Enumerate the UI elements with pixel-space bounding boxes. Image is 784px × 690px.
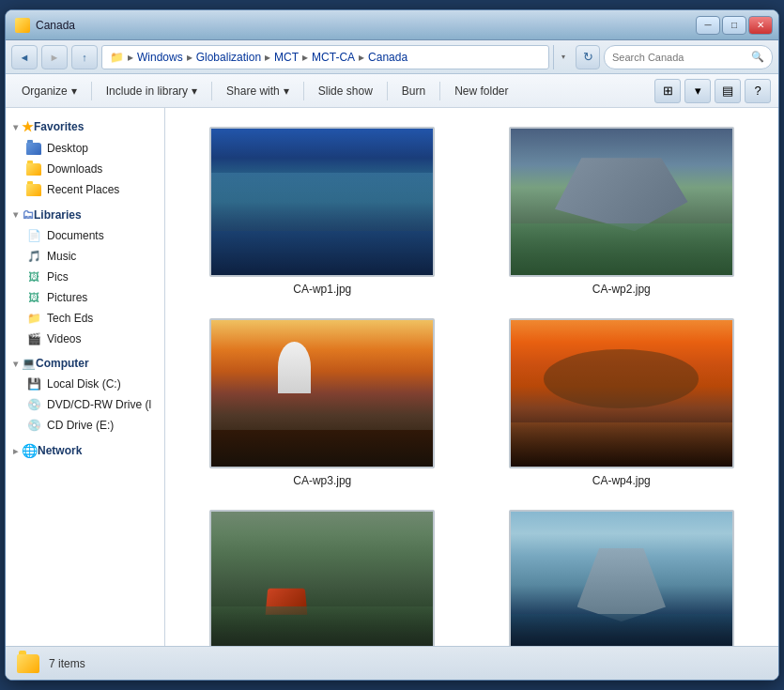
path-sep-5: ▸ bbox=[359, 51, 364, 64]
libraries-arrow: ▾ bbox=[13, 209, 18, 220]
file-name-ca-wp2: CA-wp2.jpg bbox=[592, 283, 651, 296]
file-item-ca-wp6[interactable]: CA-wp6.jpg bbox=[480, 506, 764, 646]
status-item-count: 7 items bbox=[49, 657, 85, 670]
up-button[interactable]: ↑ bbox=[71, 45, 98, 69]
path-windows[interactable]: Windows bbox=[137, 51, 183, 64]
forward-button[interactable]: ► bbox=[41, 45, 68, 69]
file-thumbnail-ca-wp4 bbox=[509, 318, 734, 468]
toolbar-sep-5 bbox=[439, 82, 440, 100]
toolbar-sep-2 bbox=[211, 82, 212, 100]
network-header[interactable]: ▸ 🌐 Network bbox=[6, 439, 164, 462]
file-thumbnail-ca-wp5 bbox=[209, 510, 435, 646]
sidebar-item-desktop[interactable]: Desktop bbox=[6, 138, 164, 159]
views-button[interactable]: ⊞ bbox=[654, 79, 681, 103]
window-icon bbox=[15, 18, 30, 33]
organize-button[interactable]: Organize bbox=[13, 79, 85, 103]
toolbar-right: ⊞ ▾ ▤ ? bbox=[654, 79, 771, 103]
path-dropdown-button[interactable]: ▾ bbox=[553, 45, 572, 69]
file-thumbnail-ca-wp2 bbox=[509, 127, 734, 277]
burn-button[interactable]: Burn bbox=[393, 79, 434, 103]
file-area: CA-wp1.jpg CA-wp2.jpg CA-wp3.jpg CA-wp4.… bbox=[165, 108, 778, 646]
address-path[interactable]: 📁 ▸ Windows ▸ Globalization ▸ MCT ▸ MCT-… bbox=[101, 45, 549, 69]
pictures-icon: 🖼 bbox=[26, 290, 41, 305]
desktop-icon bbox=[26, 141, 41, 156]
sidebar-item-pics[interactable]: 🖼 Pics bbox=[6, 267, 164, 287]
explorer-window: Canada ─ □ ✕ ◄ ► ↑ 📁 ▸ Windows ▸ Globali… bbox=[5, 9, 779, 681]
maximize-button[interactable]: □ bbox=[722, 16, 746, 35]
videos-icon: 🎬 bbox=[26, 331, 41, 346]
file-thumbnail-ca-wp3 bbox=[209, 318, 435, 468]
file-name-ca-wp4: CA-wp4.jpg bbox=[592, 474, 651, 487]
path-globalization[interactable]: Globalization bbox=[196, 51, 261, 64]
network-icon: 🌐 bbox=[22, 443, 38, 458]
computer-header[interactable]: ▾ 💻 Computer bbox=[6, 353, 164, 374]
recent-places-icon bbox=[26, 182, 41, 197]
computer-section: ▾ 💻 Computer 💾 Local Disk (C:) 💿 DVD/CD-… bbox=[6, 353, 164, 436]
music-icon: 🎵 bbox=[26, 249, 41, 264]
file-name-ca-wp3: CA-wp3.jpg bbox=[293, 474, 351, 487]
sidebar-item-documents[interactable]: 📄 Documents bbox=[6, 225, 164, 246]
path-sep-3: ▸ bbox=[265, 51, 270, 64]
toolbar-sep-3 bbox=[303, 82, 304, 100]
file-item-ca-wp1[interactable]: CA-wp1.jpg bbox=[180, 123, 465, 299]
include-library-dropdown-icon bbox=[192, 84, 197, 98]
file-item-ca-wp2[interactable]: CA-wp2.jpg bbox=[480, 123, 764, 299]
refresh-button[interactable]: ↻ bbox=[576, 45, 600, 69]
share-with-dropdown-icon bbox=[284, 84, 289, 98]
file-name-ca-wp1: CA-wp1.jpg bbox=[293, 283, 351, 296]
downloads-icon bbox=[26, 161, 41, 176]
preview-button[interactable]: ▤ bbox=[715, 79, 741, 103]
sidebar-item-dvd[interactable]: 💿 DVD/CD-RW Drive (l bbox=[6, 394, 164, 415]
pics-icon: 🖼 bbox=[26, 269, 41, 284]
search-icon: 🔍 bbox=[751, 51, 764, 63]
toolbar-sep-1 bbox=[91, 82, 92, 100]
favorites-header[interactable]: ▾ ★ Favorites bbox=[6, 115, 164, 138]
local-disk-icon: 💾 bbox=[26, 376, 41, 391]
favorites-icon: ★ bbox=[22, 119, 34, 134]
new-folder-button[interactable]: New folder bbox=[446, 79, 516, 103]
share-with-button[interactable]: Share with bbox=[218, 79, 298, 103]
dvd-icon: 💿 bbox=[26, 397, 41, 412]
sidebar-item-local-disk[interactable]: 💾 Local Disk (C:) bbox=[6, 374, 164, 394]
title-bar-left: Canada bbox=[15, 18, 75, 33]
sidebar-item-cd-drive[interactable]: 💿 CD Drive (E:) bbox=[6, 415, 164, 436]
main-content: ▾ ★ Favorites Desktop Downloads bbox=[6, 108, 778, 646]
favorites-arrow: ▾ bbox=[13, 122, 18, 132]
sidebar-item-downloads[interactable]: Downloads bbox=[6, 159, 164, 179]
tech-eds-icon: 📁 bbox=[26, 311, 41, 326]
slide-show-button[interactable]: Slide show bbox=[310, 79, 381, 103]
sidebar: ▾ ★ Favorites Desktop Downloads bbox=[6, 108, 165, 646]
path-mct[interactable]: MCT bbox=[274, 51, 299, 64]
libraries-icon: 🗂 bbox=[22, 207, 34, 222]
network-arrow: ▸ bbox=[13, 446, 18, 456]
file-grid: CA-wp1.jpg CA-wp2.jpg CA-wp3.jpg CA-wp4.… bbox=[177, 119, 767, 646]
address-bar: ◄ ► ↑ 📁 ▸ Windows ▸ Globalization ▸ MCT … bbox=[6, 40, 778, 74]
include-library-button[interactable]: Include in library bbox=[98, 79, 206, 103]
path-canada[interactable]: Canada bbox=[368, 51, 407, 64]
status-bar: 7 items bbox=[6, 646, 778, 680]
documents-icon: 📄 bbox=[26, 228, 41, 243]
cd-drive-icon: 💿 bbox=[26, 418, 41, 433]
file-item-ca-wp4[interactable]: CA-wp4.jpg bbox=[480, 314, 764, 491]
libraries-header[interactable]: ▾ 🗂 Libraries bbox=[6, 204, 164, 225]
file-thumbnail-ca-wp6 bbox=[509, 510, 734, 646]
minimize-button[interactable]: ─ bbox=[696, 16, 720, 35]
organize-dropdown-icon bbox=[71, 84, 77, 98]
path-mct-ca[interactable]: MCT-CA bbox=[312, 51, 355, 64]
network-section: ▸ 🌐 Network bbox=[6, 439, 164, 462]
back-button[interactable]: ◄ bbox=[11, 45, 38, 69]
file-item-ca-wp5[interactable]: CA-wp5.jpg bbox=[180, 506, 465, 646]
close-button[interactable]: ✕ bbox=[748, 16, 773, 35]
file-item-ca-wp3[interactable]: CA-wp3.jpg bbox=[180, 314, 465, 491]
views-dropdown-button[interactable]: ▾ bbox=[684, 79, 711, 103]
file-thumbnail-ca-wp1 bbox=[209, 127, 435, 277]
help-button[interactable]: ? bbox=[745, 79, 771, 103]
status-folder-icon bbox=[17, 654, 39, 673]
sidebar-item-recent-places[interactable]: Recent Places bbox=[6, 179, 164, 200]
search-input[interactable] bbox=[612, 52, 747, 63]
sidebar-item-pictures[interactable]: 🖼 Pictures bbox=[6, 287, 164, 308]
sidebar-item-videos[interactable]: 🎬 Videos bbox=[6, 329, 164, 349]
title-bar: Canada ─ □ ✕ bbox=[6, 10, 778, 40]
sidebar-item-music[interactable]: 🎵 Music bbox=[6, 246, 164, 267]
sidebar-item-tech-eds[interactable]: 📁 Tech Eds bbox=[6, 308, 164, 329]
